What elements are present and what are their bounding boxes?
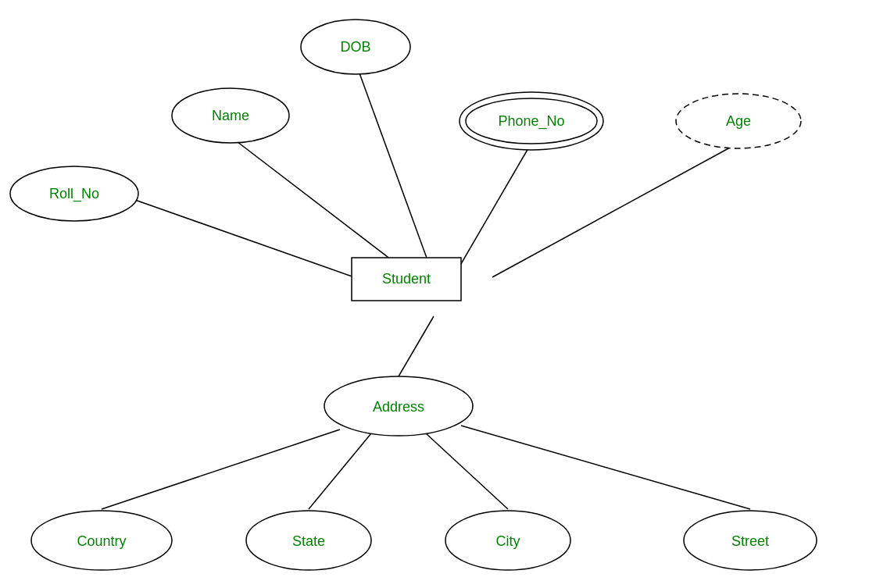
entity-city-label: City (496, 533, 520, 549)
line-student-address (399, 316, 434, 376)
entity-rollno-label: Roll_No (49, 186, 99, 202)
entity-dob-label: DOB (340, 39, 370, 55)
line-address-state (309, 433, 371, 509)
entity-country-label: Country (77, 533, 126, 549)
entity-student-label: Student (382, 271, 431, 287)
er-diagram: Student DOB Name Phone_No Age Roll_No Ad… (0, 0, 869, 588)
line-student-age (492, 143, 738, 277)
entity-age-label: Age (726, 113, 751, 129)
line-student-phone (453, 143, 531, 277)
entity-state-label: State (292, 533, 325, 549)
line-student-name (231, 137, 414, 277)
line-address-country (102, 429, 340, 509)
line-address-city (426, 433, 508, 509)
entity-street-label: Street (731, 533, 769, 549)
line-address-street (461, 426, 750, 509)
entity-phone-label: Phone_No (498, 113, 564, 130)
line-student-dob (356, 62, 434, 277)
entity-name-label: Name (212, 108, 249, 123)
entity-address-label: Address (373, 399, 424, 415)
